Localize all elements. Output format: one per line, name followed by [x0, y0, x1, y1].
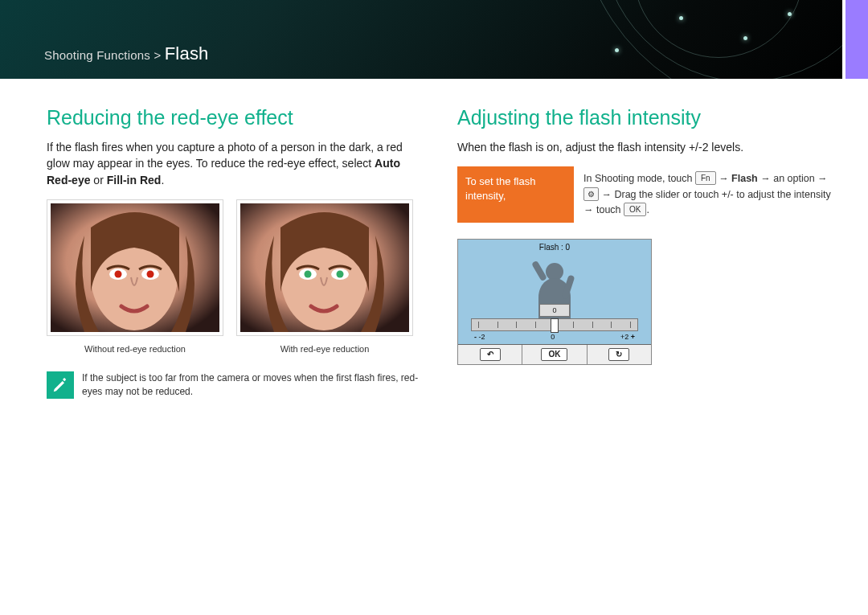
text: → Drag the slider or touch +/- to adjust… — [583, 189, 831, 215]
svg-point-11 — [305, 270, 312, 277]
screen-buttons: ↶ OK ↻ — [458, 345, 651, 364]
breadcrumb-prefix: Shooting Functions > — [44, 48, 161, 62]
edge-tab — [845, 0, 868, 79]
slider-mid: 0 — [551, 333, 555, 341]
callout-body: In Shooting mode, touch Fn → Flash → an … — [580, 166, 836, 223]
instruction-callout: To set the flash intensity, In Shooting … — [457, 166, 836, 223]
svg-point-13 — [337, 270, 344, 277]
ok-key-icon: OK — [624, 203, 646, 216]
decor-dot — [788, 12, 792, 16]
text: If the flash fires when you capture a ph… — [47, 141, 403, 170]
decor-dot — [615, 48, 619, 52]
text-bold: Fill-in Red — [107, 174, 162, 187]
camera-screen: Flash : 0 0 — [457, 239, 652, 365]
svg-point-6 — [147, 270, 154, 277]
text: . — [646, 204, 649, 215]
reset-icon: ↻ — [608, 348, 629, 361]
fn-key-icon: Fn — [695, 171, 716, 185]
note-text: If the subject is too far from the camer… — [82, 371, 425, 400]
page-body: Reducing the red-eye effect If the flash… — [0, 79, 868, 615]
intensity-slider[interactable]: 0 - -2 0 +2 + — [471, 304, 638, 336]
slider-max: +2 — [620, 333, 628, 341]
svg-rect-15 — [531, 260, 547, 282]
slider-min: -2 — [479, 333, 485, 341]
back-button[interactable]: ↶ — [458, 345, 522, 364]
arrow-icon: → — [716, 173, 731, 184]
pen-icon — [47, 371, 74, 399]
text-bold: Flash — [731, 173, 758, 184]
slider-labels: - -2 0 +2 + — [471, 333, 638, 341]
example-images: Without red-eye reduction — [47, 199, 425, 354]
column-right: Adjusting the flash intensity When the f… — [457, 101, 836, 400]
portrait-fixed-icon — [240, 203, 409, 332]
callout-label: To set the flash intensity, — [457, 166, 574, 223]
example-without: Without red-eye reduction — [47, 199, 223, 354]
paragraph-intensity: When the flash is on, adjust the flash i… — [457, 139, 836, 155]
sliders-icon: ⚙ — [583, 187, 599, 201]
slider-thumb[interactable] — [551, 318, 559, 333]
photo-frame — [236, 199, 413, 336]
photo-frame — [47, 199, 223, 336]
caption-without: Without red-eye reduction — [47, 344, 223, 354]
text: In Shooting mode, touch — [583, 173, 695, 184]
caption-with: With red-eye reduction — [236, 344, 413, 354]
svg-point-14 — [546, 263, 563, 281]
column-left: Reducing the red-eye effect If the flash… — [47, 101, 425, 400]
decor-dot — [743, 36, 747, 40]
text: . — [161, 174, 164, 187]
slider-track[interactable] — [471, 318, 638, 331]
note-box: If the subject is too far from the camer… — [47, 371, 425, 400]
back-icon: ↶ — [480, 348, 501, 361]
example-with: With red-eye reduction — [236, 199, 413, 354]
heading-redeye: Reducing the red-eye effect — [47, 106, 425, 129]
reset-button[interactable]: ↻ — [588, 345, 651, 364]
decor-dot — [679, 16, 683, 20]
portrait-redeye-icon — [51, 203, 219, 332]
breadcrumb: Shooting Functions > Flash — [44, 43, 209, 64]
page-header: Shooting Functions > Flash — [0, 0, 868, 79]
ok-button[interactable]: OK — [522, 345, 587, 364]
ok-label: OK — [541, 348, 567, 361]
text: or — [90, 174, 106, 187]
text: → an option → — [758, 173, 828, 184]
slider-value: 0 — [539, 304, 570, 317]
breadcrumb-current: Flash — [165, 43, 209, 64]
svg-point-4 — [115, 270, 122, 277]
lcd-area: Flash : 0 0 — [458, 240, 651, 345]
heading-intensity: Adjusting the flash intensity — [457, 106, 836, 129]
paragraph-redeye: If the flash fires when you capture a ph… — [47, 139, 425, 188]
